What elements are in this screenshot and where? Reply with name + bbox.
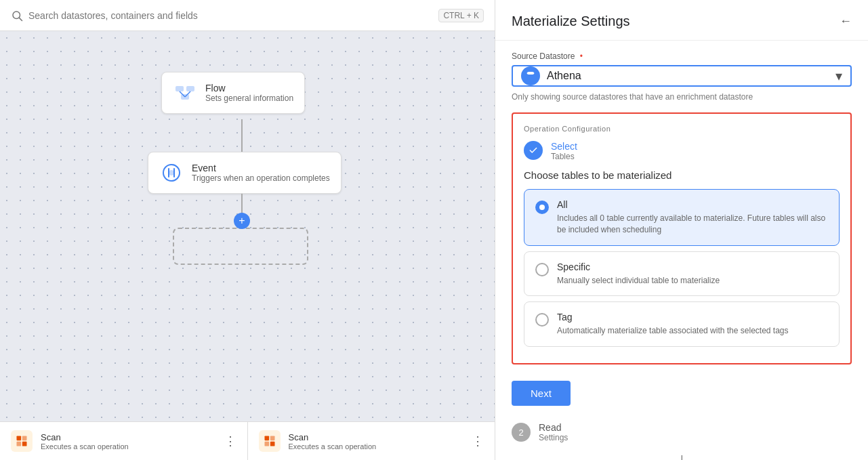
search-shortcut: CTRL + K: [438, 9, 484, 22]
scan-node-2-title: Scan: [289, 432, 377, 442]
svg-rect-16: [270, 442, 274, 446]
scan-node-1-title: Scan: [41, 432, 129, 442]
back-button[interactable]: ←: [840, 14, 852, 28]
radio-all-circle: [535, 201, 549, 214]
step-1-text: Select Tables: [551, 141, 577, 161]
right-panel: Materialize Settings ← Source Datastore …: [495, 0, 868, 460]
scan-node-1-menu[interactable]: ⋮: [224, 434, 236, 448]
datastore-name: Athena: [547, 70, 835, 82]
svg-rect-3: [186, 86, 194, 91]
svg-point-8: [169, 170, 174, 175]
operation-config-box: Operation Configuration Select Tables Ch…: [512, 112, 852, 364]
arrow-down-icon: ↓: [495, 448, 868, 460]
radio-specific-title: Specific: [557, 262, 720, 272]
left-panel: CTRL + K Flow Sets general information: [0, 0, 495, 460]
datastore-selector[interactable]: Athena ▾: [512, 65, 852, 87]
radio-all-text: All Includes all 0 table currently avail…: [557, 199, 828, 236]
step-1-primary: Select: [551, 141, 577, 152]
step-2-text: Read Settings: [539, 422, 568, 442]
svg-rect-12: [22, 442, 27, 446]
radio-specific-text: Specific Manually select individual tabl…: [557, 262, 720, 287]
step-2-indicator: 2: [512, 423, 531, 442]
search-input[interactable]: [28, 10, 433, 21]
scan-node-1-subtitle: Executes a scan operation: [41, 442, 129, 451]
event-node-text: Event Triggers when an operation complet…: [192, 163, 330, 183]
flow-node-title: Flow: [205, 83, 293, 93]
svg-rect-10: [22, 436, 27, 441]
scan-node-2[interactable]: Scan Executes a scan operation ⋮: [248, 422, 495, 460]
scan-node-1-text: Scan Executes a scan operation: [41, 432, 129, 451]
step-1-check: [524, 141, 543, 160]
scan-node-2-text: Scan Executes a scan operation: [289, 432, 377, 451]
next-button[interactable]: Next: [512, 381, 571, 406]
search-icon: [11, 9, 23, 22]
svg-rect-13: [264, 436, 269, 441]
event-node-subtitle: Triggers when an operation completes: [192, 173, 330, 183]
radio-tag[interactable]: Tag Automatically materialize table asso…: [524, 301, 840, 347]
svg-rect-9: [17, 436, 22, 441]
add-node-button[interactable]: +: [234, 213, 250, 229]
flow-node-text: Flow Sets general information: [205, 83, 293, 103]
scan-icon-2: [259, 430, 281, 452]
canvas-area: Flow Sets general information Event Trig…: [0, 31, 495, 460]
svg-rect-15: [264, 442, 269, 446]
search-bar[interactable]: CTRL + K: [0, 0, 495, 31]
step-1-indicator: Select Tables: [524, 141, 840, 161]
radio-all-desc: Includes all 0 table currently available…: [557, 213, 828, 236]
radio-specific[interactable]: Specific Manually select individual tabl…: [524, 251, 840, 297]
next-button-container: Next: [495, 375, 868, 417]
svg-rect-11: [17, 442, 22, 446]
event-node[interactable]: Event Triggers when an operation complet…: [148, 152, 342, 194]
connector-1: [241, 119, 243, 153]
connector-2: [241, 194, 243, 214]
scan-icon-1: [11, 430, 33, 452]
svg-line-1: [19, 18, 22, 20]
radio-specific-desc: Manually select individual table to mate…: [557, 275, 720, 287]
step-1-secondary: Tables: [551, 152, 577, 161]
flow-icon: [173, 81, 197, 105]
radio-tag-desc: Automatically materialize table associat…: [557, 325, 789, 337]
step-2-secondary: Settings: [539, 433, 568, 442]
step-2-primary: Read: [539, 422, 568, 433]
scan-node-1[interactable]: Scan Executes a scan operation ⋮: [0, 422, 248, 460]
choose-tables-label: Choose tables to be materialized: [524, 169, 840, 181]
radio-specific-circle: [535, 263, 549, 276]
svg-rect-2: [175, 86, 184, 91]
scan-node-2-menu[interactable]: ⋮: [472, 434, 484, 448]
required-dot: •: [577, 51, 583, 61]
dashed-node: [173, 228, 308, 265]
datastore-icon: [521, 66, 540, 85]
svg-rect-14: [270, 436, 274, 441]
radio-all-title: All: [557, 199, 828, 210]
radio-tag-circle: [535, 313, 549, 327]
flow-node[interactable]: Flow Sets general information: [161, 72, 305, 114]
bottom-nodes: Scan Executes a scan operation ⋮ Scan: [0, 421, 495, 460]
svg-point-18: [527, 72, 535, 75]
panel-title: Materialize Settings: [512, 14, 630, 29]
panel-header: Materialize Settings ←: [495, 0, 868, 41]
flow-node-subtitle: Sets general information: [205, 93, 293, 103]
radio-all[interactable]: All Includes all 0 table currently avail…: [524, 189, 840, 246]
step-2-row: 2 Read Settings: [495, 417, 868, 448]
scan-node-2-subtitle: Executes a scan operation: [289, 442, 377, 451]
event-icon: [159, 161, 184, 185]
source-datastore-label: Source Datastore •: [495, 41, 868, 65]
event-node-title: Event: [192, 163, 330, 173]
radio-tag-title: Tag: [557, 312, 789, 322]
helper-text: Only showing source datastores that have…: [495, 87, 868, 102]
op-config-label: Operation Configuration: [524, 125, 840, 133]
chevron-down-icon: ▾: [835, 68, 842, 84]
radio-tag-text: Tag Automatically materialize table asso…: [557, 312, 789, 337]
